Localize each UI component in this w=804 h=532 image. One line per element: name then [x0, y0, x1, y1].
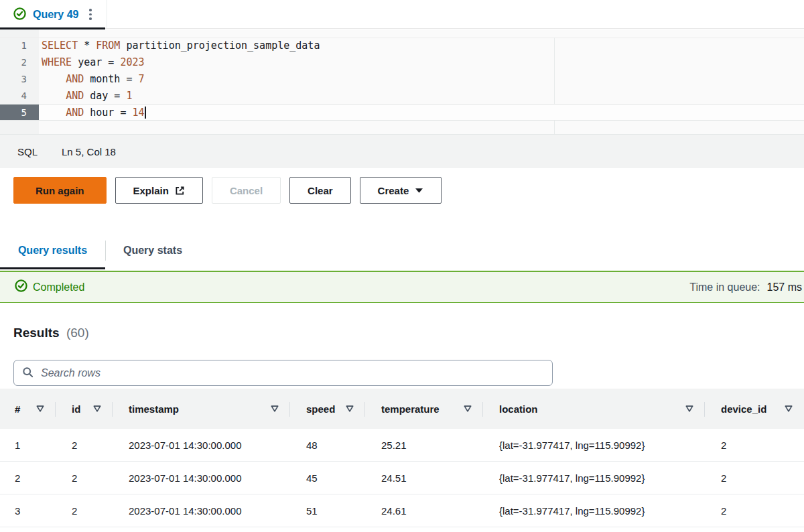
filter-caret-icon[interactable]: [463, 403, 472, 415]
query-tab-bar: Query 49: [0, 0, 804, 29]
line-number: 1: [0, 38, 39, 54]
column-header-id[interactable]: id: [56, 389, 113, 429]
query-status-banner: Completed Time in queue: 157 ms: [0, 271, 804, 303]
table-row[interactable]: 2 2 2023-07-01 14:30:00.000 45 24.51 {la…: [0, 462, 804, 494]
results-title: Results: [13, 326, 60, 340]
magnifier-icon: [22, 367, 34, 380]
code-text: WHERE year = 2023: [39, 56, 145, 68]
cell-device-id: 2: [705, 440, 804, 451]
cell-speed: 45: [290, 472, 365, 484]
filter-caret-icon[interactable]: [270, 403, 279, 415]
column-header-speed[interactable]: speed: [290, 389, 365, 429]
create-button[interactable]: Create: [360, 177, 442, 204]
search-box[interactable]: [13, 360, 553, 386]
line-number: 4: [0, 87, 39, 104]
time-in-queue-value: 157 ms: [767, 281, 802, 293]
column-header-location[interactable]: location: [483, 389, 705, 429]
filter-caret-icon[interactable]: [685, 403, 694, 415]
code-line[interactable]: 1 SELECT * FROM partition_projection_sam…: [0, 38, 804, 54]
search-input[interactable]: [40, 367, 544, 380]
code-line[interactable]: 3 AND month = 7: [0, 71, 804, 88]
cell-timestamp: 2023-07-01 14:30:00.000: [113, 505, 290, 517]
kebab-menu-icon[interactable]: [85, 6, 96, 23]
column-header-device-id[interactable]: device_id: [705, 389, 804, 429]
external-link-icon: [175, 186, 185, 196]
query-tab-title: Query 49: [33, 9, 78, 21]
editor-status-bar: SQL Ln 5, Col 18: [0, 135, 804, 168]
explain-button[interactable]: Explain: [115, 177, 203, 204]
code-line[interactable]: 4 AND day = 1: [0, 87, 804, 104]
cell-location: {lat=-31.977417, lng=115.90992}: [483, 505, 705, 517]
query-actions: Run again Explain Cancel Clear Create: [13, 177, 442, 204]
line-number: 5: [0, 105, 39, 120]
language-indicator: SQL: [17, 146, 38, 157]
success-check-icon: [15, 279, 27, 295]
cell-temperature: 24.61: [365, 505, 483, 517]
text-cursor: [145, 107, 146, 119]
cell-index: 1: [0, 440, 56, 451]
status-text: Completed: [33, 281, 84, 293]
code-text: AND hour = 14: [39, 107, 146, 119]
time-in-queue-label: Time in queue:: [689, 281, 760, 293]
column-header-timestamp[interactable]: timestamp: [113, 389, 290, 429]
cell-location: {lat=-31.977417, lng=115.90992}: [483, 440, 705, 451]
results-heading: Results (60): [13, 326, 89, 340]
query-tab[interactable]: Query 49: [0, 0, 107, 29]
cell-device-id: 2: [705, 472, 804, 484]
filter-caret-icon[interactable]: [345, 403, 354, 415]
filter-caret-icon[interactable]: [92, 403, 102, 415]
cancel-button: Cancel: [212, 177, 281, 204]
table-row[interactable]: 1 2 2023-07-01 14:30:00.000 48 25.21 {la…: [0, 429, 804, 462]
line-number: 3: [0, 71, 39, 88]
table-row[interactable]: 3 2 2023-07-01 14:30:00.000 51 24.61 {la…: [0, 494, 804, 527]
caret-down-icon: [415, 188, 423, 194]
filter-caret-icon[interactable]: [784, 403, 793, 415]
cursor-position: Ln 5, Col 18: [62, 146, 116, 157]
code-text: AND month = 7: [39, 73, 145, 85]
cell-location: {lat=-31.977417, lng=115.90992}: [483, 472, 705, 484]
code-line[interactable]: 2 WHERE year = 2023: [0, 54, 804, 71]
success-check-icon: [13, 7, 26, 22]
code-line-active[interactable]: 5 AND hour = 14: [0, 104, 804, 121]
results-count: (60): [66, 326, 89, 340]
sql-editor[interactable]: 1 SELECT * FROM partition_projection_sam…: [0, 29, 804, 135]
cell-device-id: 2: [705, 505, 804, 517]
cell-timestamp: 2023-07-01 14:30:00.000: [113, 472, 290, 484]
code-text: AND day = 1: [39, 90, 132, 102]
results-table: # id timestamp speed temperature locatio…: [0, 389, 804, 527]
run-again-button[interactable]: Run again: [13, 177, 107, 204]
cell-id: 2: [56, 472, 113, 484]
cell-id: 2: [56, 505, 113, 517]
cell-temperature: 24.51: [365, 472, 483, 484]
cell-speed: 48: [290, 440, 365, 451]
column-header-index[interactable]: #: [0, 389, 56, 429]
clear-button[interactable]: Clear: [289, 177, 351, 204]
cell-id: 2: [56, 440, 113, 451]
line-number: 2: [0, 54, 39, 71]
cell-timestamp: 2023-07-01 14:30:00.000: [113, 440, 290, 451]
cell-temperature: 25.21: [365, 440, 483, 451]
table-header-row: # id timestamp speed temperature locatio…: [0, 389, 804, 429]
code-text: SELECT * FROM partition_projection_sampl…: [39, 40, 320, 52]
column-header-temperature[interactable]: temperature: [365, 389, 483, 429]
filter-caret-icon[interactable]: [36, 403, 45, 415]
cell-speed: 51: [290, 505, 365, 517]
tab-query-results[interactable]: Query results: [0, 231, 105, 269]
cell-index: 3: [0, 505, 56, 517]
results-tabs: Query results Query stats: [0, 231, 804, 269]
tab-query-stats[interactable]: Query stats: [106, 231, 200, 269]
cell-index: 2: [0, 472, 56, 484]
